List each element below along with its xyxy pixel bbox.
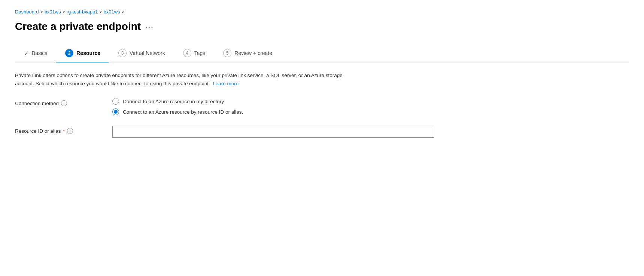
radio-option-resource-id[interactable]: Connect to an Azure resource by resource… [112, 108, 629, 115]
tab-resource[interactable]: 2 Resource [56, 45, 109, 62]
connection-method-label-col: Connection method i [15, 98, 97, 106]
breadcrumb-sep-4: > [122, 9, 124, 15]
virtual-network-circle: 3 [118, 49, 127, 57]
breadcrumb-sep-3: > [100, 9, 102, 15]
more-options-button[interactable]: ··· [145, 22, 154, 31]
page-title: Create a private endpoint [15, 21, 141, 33]
breadcrumb-bx01ws-2[interactable]: bx01ws [104, 9, 120, 15]
breadcrumb-sep-1: > [40, 9, 43, 15]
resource-id-required-star: * [63, 128, 65, 134]
resource-id-info-icon[interactable]: i [67, 128, 73, 134]
tab-review-create-label: Review + create [234, 50, 272, 56]
breadcrumb-rg-test[interactable]: rg-test-bxapp1 [67, 9, 98, 15]
page-title-row: Create a private endpoint ··· [15, 21, 629, 33]
resource-id-input-col [112, 126, 629, 138]
tab-basics[interactable]: ✓ Basics [15, 45, 56, 62]
review-circle: 5 [223, 49, 231, 57]
resource-circle: 2 [65, 49, 73, 57]
radio-outer-resource-id [112, 108, 119, 115]
breadcrumb-dashboard[interactable]: Dashboard [15, 9, 39, 15]
connection-method-options: Connect to an Azure resource in my direc… [112, 98, 629, 115]
basics-checkmark: ✓ [24, 50, 29, 57]
description-text: Private Link offers options to create pr… [15, 71, 352, 88]
tab-virtual-network[interactable]: 3 Virtual Network [109, 45, 174, 62]
radio-option-directory[interactable]: Connect to an Azure resource in my direc… [112, 98, 629, 105]
radio-inner-resource-id [114, 110, 118, 114]
form-section: Connection method i Connect to an Azure … [15, 98, 629, 138]
tab-resource-label: Resource [76, 50, 100, 56]
resource-id-input[interactable] [112, 126, 434, 138]
radio-label-resource-id: Connect to an Azure resource by resource… [123, 109, 243, 115]
connection-method-info-icon[interactable]: i [61, 100, 67, 106]
tab-tags-label: Tags [194, 50, 206, 56]
tab-tags[interactable]: 4 Tags [174, 45, 215, 62]
learn-more-link[interactable]: Learn more [213, 81, 239, 86]
breadcrumb-sep-2: > [63, 9, 65, 15]
tab-virtual-network-label: Virtual Network [130, 50, 165, 56]
resource-id-label: Resource ID or alias [15, 128, 61, 134]
resource-id-label-col: Resource ID or alias * i [15, 126, 97, 134]
breadcrumb-bx01ws-1[interactable]: bx01ws [45, 9, 61, 15]
radio-outer-directory [112, 98, 119, 105]
connection-method-row: Connection method i Connect to an Azure … [15, 98, 629, 115]
resource-id-row: Resource ID or alias * i [15, 126, 629, 138]
tab-basics-label: Basics [32, 50, 47, 56]
tags-circle: 4 [183, 49, 191, 57]
tab-review-create[interactable]: 5 Review + create [214, 45, 281, 62]
breadcrumb: Dashboard > bx01ws > rg-test-bxapp1 > bx… [15, 9, 629, 15]
radio-label-directory: Connect to an Azure resource in my direc… [123, 99, 225, 104]
tabs-container: ✓ Basics 2 Resource 3 Virtual Network 4 … [15, 45, 629, 62]
connection-method-label: Connection method [15, 101, 59, 106]
